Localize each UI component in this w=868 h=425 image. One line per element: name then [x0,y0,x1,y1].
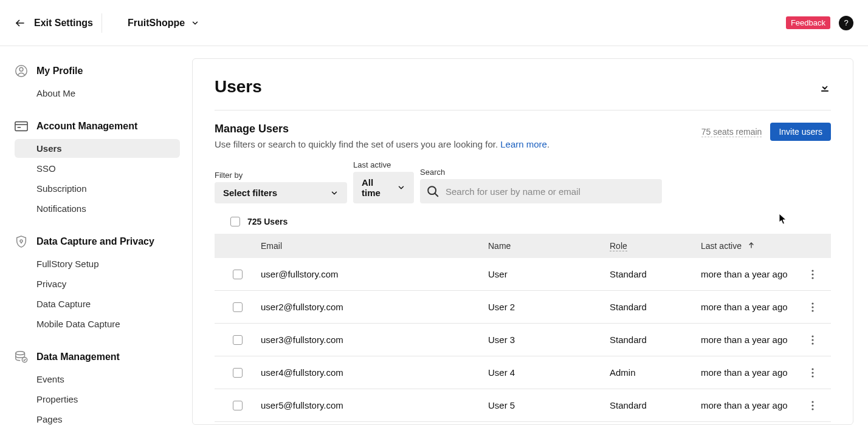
main-panel: Users Manage Users Use filters or search… [192,58,853,425]
sidebar-item-users[interactable]: Users [15,139,180,158]
sidebar-section-profile: My Profile About Me [15,64,180,103]
row-checkbox[interactable] [233,368,243,378]
select-all-checkbox[interactable] [230,217,240,226]
row-menu-button[interactable] [811,270,814,279]
filter-bar: Filter by Select filters Last active All… [215,160,831,203]
row-checkbox[interactable] [233,401,243,410]
last-active-value: All time [362,177,386,198]
table-row[interactable]: user5@fullstory.com User 5 Standard more… [215,389,831,422]
sidebar-item-subscription[interactable]: Subscription [15,179,180,198]
sidebar-heading-account[interactable]: Account Management [15,120,180,133]
row-email: user4@fullstory.com [261,367,488,378]
sidebar-item-privacy[interactable]: Privacy [15,274,180,293]
search-box [420,179,662,203]
row-checkbox-cell [215,270,261,279]
sidebar-heading-label: Account Management [36,121,137,132]
svg-line-12 [435,193,438,196]
row-menu-button[interactable] [811,368,814,378]
row-email: user3@fullstory.com [261,335,488,345]
sidebar-section-data-management: Data Management Events Properties Pages [15,350,180,425]
title-row: Users [215,77,831,110]
col-name-header[interactable]: Name [488,241,610,251]
help-button[interactable]: ? [839,16,853,30]
row-menu-button[interactable] [811,401,814,410]
sidebar-item-fullstory-setup[interactable]: FullStory Setup [15,254,180,273]
last-active-group: Last active All time [353,160,414,203]
svg-point-19 [811,310,813,311]
svg-point-6 [20,240,22,242]
section-description: Use filters or search to quickly find th… [215,139,549,149]
header-right: Feedback ? [786,16,853,30]
workspace-name: FruitShoppe [128,18,185,29]
col-actions-header [794,241,831,251]
sort-ascending-icon [748,241,755,251]
users-table: Email Name Role Last active user@fullsto… [215,234,831,422]
manage-right: 75 seats remain Invite users [701,123,831,141]
row-last-active: more than a year ago [701,400,794,410]
row-checkbox-cell [215,302,261,312]
search-input[interactable] [439,180,656,203]
last-active-select[interactable]: All time [353,172,414,203]
sidebar-item-notifications[interactable]: Notifications [15,199,180,218]
seats-remaining[interactable]: 75 seats remain [701,127,762,137]
col-role-label: Role [610,241,627,251]
col-last-active-label: Last active [701,241,742,251]
exit-settings-button[interactable]: Exit Settings [15,18,93,29]
sidebar-item-data-capture[interactable]: Data Capture [15,294,180,313]
invite-users-button[interactable]: Invite users [770,123,831,141]
card-icon [15,120,28,133]
row-name: User 2 [488,302,610,312]
row-last-active: more than a year ago [701,367,794,378]
svg-point-20 [811,335,813,337]
learn-more-link[interactable]: Learn more [500,139,547,149]
row-menu-button[interactable] [811,302,814,312]
sidebar-heading-data-management[interactable]: Data Management [15,350,180,364]
row-checkbox[interactable] [233,335,243,345]
svg-rect-10 [821,90,828,92]
sidebar-item-pages[interactable]: Pages [15,410,180,425]
row-actions [794,302,831,312]
sidebar-heading-privacy[interactable]: Data Capture and Privacy [15,235,180,248]
svg-point-23 [811,368,813,370]
row-menu-button[interactable] [811,335,814,345]
table-row[interactable]: user4@fullstory.com User 4 Admin more th… [215,356,831,389]
svg-point-25 [811,375,813,377]
sidebar-heading-label: My Profile [36,66,83,76]
col-role-header[interactable]: Role [610,241,701,251]
sidebar-item-properties[interactable]: Properties [15,390,180,409]
download-button[interactable] [819,81,831,93]
sidebar-item-sso[interactable]: SSO [15,159,180,178]
row-checkbox-cell [215,335,261,345]
workspace-selector[interactable]: FruitShoppe [128,18,199,29]
search-label: Search [420,168,662,177]
row-actions [794,401,831,410]
col-last-active-header[interactable]: Last active [701,241,794,251]
table-header: Email Name Role Last active [215,234,831,258]
svg-point-27 [811,404,813,406]
row-last-active: more than a year ago [701,335,794,345]
table-row[interactable]: user2@fullstory.com User 2 Standard more… [215,291,831,324]
svg-point-17 [811,302,813,304]
last-active-label: Last active [353,160,414,169]
col-email-header[interactable]: Email [261,241,488,251]
exit-settings-label: Exit Settings [34,18,93,29]
row-checkbox[interactable] [233,270,243,279]
sidebar: My Profile About Me Account Management U… [0,46,192,425]
sidebar-item-about-me[interactable]: About Me [15,84,180,103]
sidebar-heading-profile[interactable]: My Profile [15,64,180,78]
filter-by-value: Select filters [223,188,277,198]
row-checkbox[interactable] [233,302,243,312]
section-title: Manage Users [215,123,549,135]
table-row[interactable]: user3@fullstory.com User 3 Standard more… [215,324,831,356]
filter-by-select[interactable]: Select filters [215,182,347,203]
feedback-button[interactable]: Feedback [786,16,830,29]
sidebar-item-mobile-data-capture[interactable]: Mobile Data Capture [15,314,180,333]
row-email: user5@fullstory.com [261,400,488,410]
svg-point-21 [811,339,813,341]
row-name: User 3 [488,335,610,345]
sidebar-item-events[interactable]: Events [15,370,180,389]
chevron-down-icon [397,183,405,192]
table-row[interactable]: user@fullstory.com User Standard more th… [215,258,831,291]
svg-rect-3 [15,122,27,131]
divider [102,13,102,33]
